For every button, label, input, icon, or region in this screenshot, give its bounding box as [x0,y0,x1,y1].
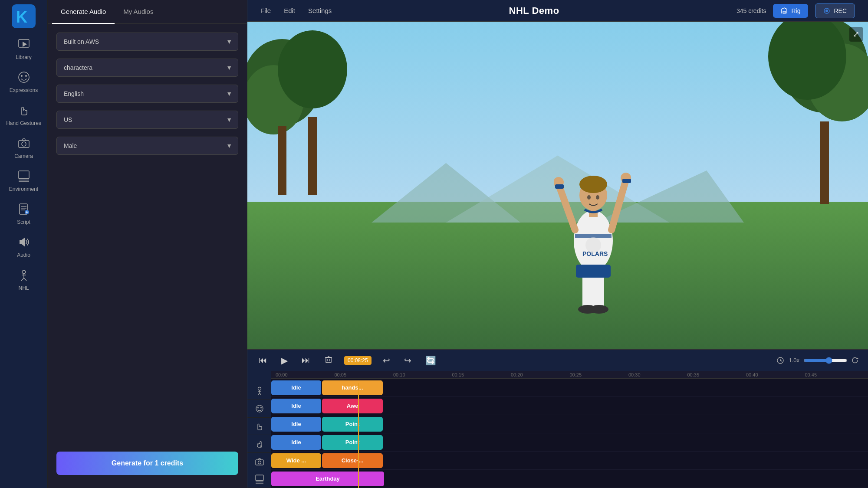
rig-button[interactable]: Rig [773,4,808,18]
close-block[interactable]: Close-... [322,453,383,468]
trash-icon [324,355,333,364]
svg-rect-42 [575,234,612,238]
hands-block[interactable]: hands... [322,380,383,395]
svg-rect-79 [256,460,263,465]
tab-generate-audio[interactable]: Generate Audio [52,0,115,24]
gender-select[interactable]: Male Female [56,137,238,155]
idle-block-3[interactable]: Idle [271,417,321,432]
panel-content: Built on AWS Google TTS Azure TTS ▼ char… [48,24,247,452]
idle-block-2[interactable]: Idle [271,399,321,413]
rec-icon [823,7,830,14]
camera-icon [17,137,30,151]
sidebar-item-hand-gestures[interactable]: Hand Gestures [0,98,47,131]
svg-rect-26 [783,11,786,13]
svg-point-31 [278,30,347,108]
sidebar-item-nhl[interactable]: NHL [0,263,47,296]
mark-45: 00:45 [805,372,864,377]
sidebar-label-audio: Audio [17,252,30,258]
tree-left [247,30,378,195]
svg-line-73 [258,393,260,395]
nav-file[interactable]: File [260,7,271,14]
svg-rect-61 [326,357,331,363]
svg-point-46 [579,176,607,193]
sidebar-label-expressions: Expressions [10,87,38,93]
rec-button[interactable]: REC [815,3,855,18]
earthday-block[interactable]: Earthday [271,472,384,486]
svg-point-76 [257,407,259,409]
sidebar-item-environment[interactable]: Environment [0,164,47,197]
nav-edit[interactable]: Edit [284,7,295,14]
topbar: File Edit Settings NHL Demo 345 credits … [247,0,868,22]
sidebar-item-expressions[interactable]: Expressions [0,66,47,98]
script-icon [17,203,30,217]
track-icon-camera [247,453,271,471]
awe-block[interactable]: Awe [322,399,383,413]
point-block-1[interactable]: Point [322,417,383,432]
idle-block-4[interactable]: Idle [271,435,321,450]
svg-rect-55 [622,179,631,183]
track-icon-character [247,383,271,400]
play-button[interactable]: ▶ [279,354,290,367]
ruler-marks: 00:00 00:05 00:10 00:15 00:20 00:25 00:3… [276,372,864,377]
svg-point-21 [22,270,26,274]
svg-rect-9 [19,171,29,179]
svg-point-44 [585,237,601,253]
app-logo[interactable]: K [12,4,36,28]
expressions-icon [17,71,30,85]
character-svg: POLARS [554,154,632,314]
page-title: NHL Demo [349,5,719,16]
environment-track-icon [255,474,264,484]
loop-button[interactable]: 🔄 [423,354,439,367]
delete-button[interactable] [322,353,335,367]
svg-marker-3 [23,42,27,47]
mark-20: 00:20 [511,372,570,377]
expressions-track-icon [255,404,264,413]
timeline: R [247,371,868,488]
redo-button[interactable]: ↪ [401,354,414,367]
expressions-track: Idle Awe [271,397,868,415]
track-icon-hand-left [247,418,271,436]
idle-block-1[interactable]: Idle [271,380,321,395]
undo-button[interactable]: ↩ [380,354,393,367]
speed-slider[interactable] [804,357,847,364]
wide-block[interactable]: Wide ... [271,453,321,468]
svg-rect-54 [555,184,564,189]
character-select[interactable]: charactera characterb characterc [56,59,238,77]
library-icon [17,38,30,52]
sidebar-item-camera[interactable]: Camera [0,131,47,164]
svg-point-6 [25,75,27,77]
camera-track: Wide ... Close-... [271,452,868,470]
provider-select[interactable]: Built on AWS Google TTS Azure TTS [56,33,238,51]
sidebar-item-script[interactable]: Script [0,197,47,230]
sidebar-item-library[interactable]: Library [0,33,47,66]
sidebar-item-audio[interactable]: Audio [0,230,47,263]
svg-rect-33 [308,117,317,195]
mark-35: 00:35 [687,372,746,377]
hand-right-track-icon: R [255,439,264,449]
point-block-2[interactable]: Point [322,435,383,450]
generate-button[interactable]: Generate for 1 credits [56,452,238,475]
main-content: File Edit Settings NHL Demo 345 credits … [247,0,868,488]
scene-background: POLARS [247,22,868,349]
svg-point-77 [260,407,262,409]
language-select[interactable]: English Spanish French German [56,85,238,103]
svg-line-68 [780,360,782,361]
environment-track: Earthday [271,470,868,488]
skip-to-start-button[interactable]: ⏮ [256,354,270,367]
right-hand-track: Idle Point [271,433,868,452]
region-select[interactable]: US UK AU CA [56,111,238,129]
generate-audio-panel: Generate Audio My Audios Built on AWS Go… [48,0,247,488]
svg-point-5 [21,75,23,77]
clock-icon [776,357,784,364]
svg-line-74 [260,393,261,395]
skip-to-end-button[interactable]: ⏭ [299,354,313,367]
expand-button[interactable]: ⤢ [849,27,863,42]
nav-settings[interactable]: Settings [308,7,332,14]
svg-rect-32 [278,126,286,195]
svg-marker-69 [856,357,858,359]
character-track-icon [255,386,264,396]
tab-my-audios[interactable]: My Audios [115,0,162,24]
svg-point-4 [19,72,29,82]
mark-25: 00:25 [570,372,629,377]
environment-icon [17,170,30,184]
